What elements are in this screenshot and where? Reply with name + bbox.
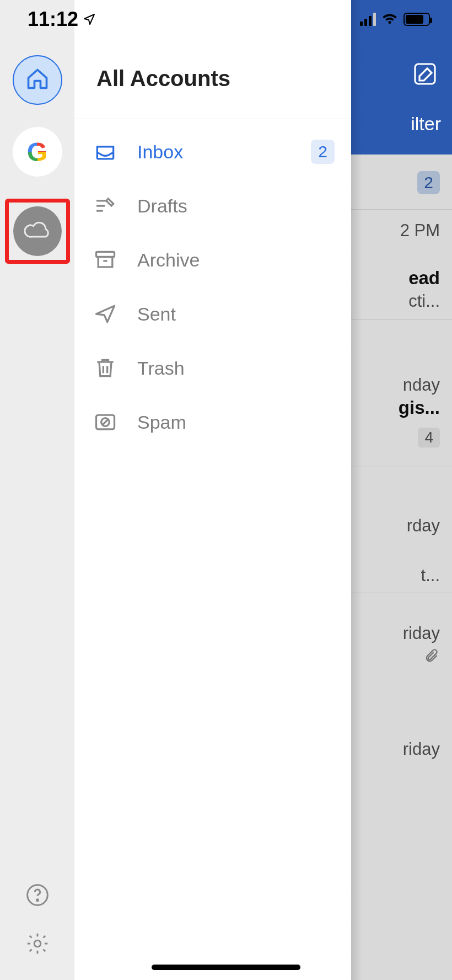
folder-spam[interactable]: Spam	[74, 395, 351, 449]
archive-icon	[91, 246, 120, 274]
wifi-icon	[381, 10, 398, 29]
account-rail: G	[0, 0, 74, 980]
svg-rect-0	[415, 64, 435, 84]
home-icon	[25, 67, 50, 93]
highlighted-cloud-account	[5, 199, 70, 264]
sent-icon	[91, 300, 120, 328]
status-bar: 11:12	[0, 0, 452, 39]
folder-label: Drafts	[137, 195, 335, 217]
folder-trash[interactable]: Trash	[74, 341, 351, 395]
home-indicator	[152, 965, 300, 970]
folder-list: Inbox 2 Drafts Archive	[74, 119, 351, 449]
folder-label: Archive	[137, 249, 335, 271]
cell-signal-icon	[360, 13, 376, 26]
google-g-icon: G	[27, 137, 47, 167]
folder-drafts[interactable]: Drafts	[74, 179, 351, 233]
gear-icon	[25, 931, 50, 958]
help-button[interactable]	[24, 883, 51, 909]
location-icon	[83, 8, 96, 31]
icloud-account-button[interactable]	[13, 206, 62, 256]
folder-label: Inbox	[137, 141, 311, 163]
folder-label: Trash	[137, 358, 335, 379]
inbox-icon	[91, 137, 120, 166]
filter-button-partial[interactable]: ilter	[411, 113, 441, 135]
folder-inbox[interactable]: Inbox 2	[74, 125, 351, 179]
all-accounts-button[interactable]	[13, 55, 62, 105]
folder-drawer: All Accounts Inbox 2 Drafts	[74, 0, 351, 980]
battery-icon	[403, 13, 430, 26]
status-time: 11:12	[28, 8, 78, 31]
drawer-title: All Accounts	[74, 66, 351, 119]
folder-archive[interactable]: Archive	[74, 233, 351, 287]
google-account-button[interactable]: G	[13, 127, 62, 177]
spam-icon	[91, 408, 120, 436]
svg-point-2	[36, 899, 38, 901]
folder-count-badge: 2	[311, 140, 335, 164]
svg-rect-4	[96, 252, 115, 257]
cloud-icon	[24, 221, 51, 241]
compose-button[interactable]	[412, 61, 438, 87]
drafts-icon	[91, 191, 120, 220]
settings-button[interactable]	[24, 931, 51, 958]
folder-label: Spam	[137, 412, 335, 433]
trash-icon	[91, 354, 120, 382]
help-icon	[25, 883, 50, 909]
svg-point-3	[34, 940, 41, 947]
folder-sent[interactable]: Sent	[74, 287, 351, 341]
folder-label: Sent	[137, 303, 335, 325]
